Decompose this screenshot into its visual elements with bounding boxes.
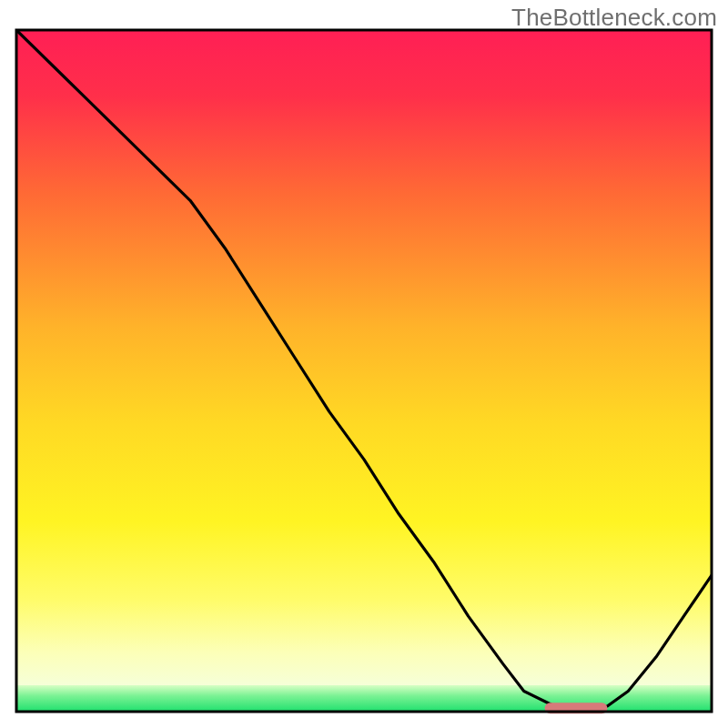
chart-container: TheBottleneck.com — [0, 0, 728, 728]
gradient-warm — [16, 30, 712, 685]
bottleneck-chart — [0, 0, 728, 728]
gradient-green-band — [16, 685, 712, 712]
watermark-text: TheBottleneck.com — [511, 4, 717, 32]
